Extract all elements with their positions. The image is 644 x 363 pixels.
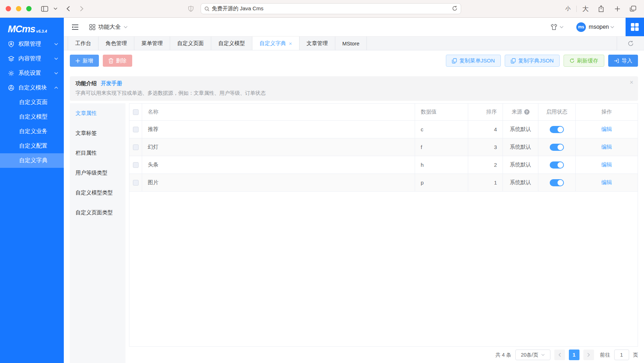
collapse-sidebar-icon[interactable] [72, 24, 79, 30]
window-minimize-button[interactable] [16, 6, 21, 11]
feature-menu[interactable]: 功能大全 [89, 23, 128, 31]
dict-nav-label: 用户等级类型 [75, 170, 107, 176]
dict-nav-article-attr[interactable]: 文章属性 [70, 103, 125, 123]
row-checkbox[interactable] [133, 144, 139, 150]
browser-back-icon[interactable] [63, 4, 73, 14]
edit-link[interactable]: 编辑 [601, 161, 612, 168]
cell-sort: 3 [494, 144, 497, 150]
page-size-select[interactable]: 20条/页 [515, 350, 550, 360]
sidebar-item-custom-model[interactable]: 自定义模型 [0, 110, 64, 124]
dict-nav-column-attr[interactable]: 栏目属性 [70, 143, 125, 163]
sidebar-item-custom-dict[interactable]: 自定义字典 [0, 153, 64, 168]
text-smaller-button[interactable]: 小 [563, 5, 573, 12]
enable-toggle[interactable] [550, 179, 564, 186]
chevron-down-icon [541, 354, 545, 356]
enable-toggle[interactable] [550, 161, 564, 169]
tab-menu-management[interactable]: 菜单管理 [134, 37, 170, 50]
edit-link[interactable]: 编辑 [601, 126, 612, 133]
dict-nav-custom-page-type[interactable]: 自定义页面类型 [70, 203, 125, 222]
app-header: 功能大全 ms msopen [64, 18, 644, 36]
share-icon[interactable] [596, 4, 606, 14]
refresh-tabs-button[interactable] [617, 37, 644, 50]
cell-name: 幻灯 [148, 144, 158, 150]
select-all-checkbox[interactable] [133, 109, 139, 115]
cell-name: 头条 [148, 161, 158, 168]
cell-source: 系统默认 [510, 144, 531, 150]
privacy-shield-icon[interactable] [186, 4, 196, 14]
close-icon[interactable] [629, 79, 633, 86]
dict-nav-label: 自定义模型类型 [75, 189, 113, 196]
browser-sidebar-icon[interactable] [39, 4, 50, 14]
user-menu[interactable]: ms msopen [576, 22, 614, 32]
prev-page-button[interactable] [554, 350, 565, 360]
address-bar[interactable]: 免费开源的 Java Cms [201, 3, 461, 14]
sidebar-item-content[interactable]: 内容管理 [0, 51, 64, 66]
add-button[interactable]: 新增 [70, 55, 99, 67]
dict-nav-article-tag[interactable]: 文章标签 [70, 123, 125, 143]
copy-menu-json-button[interactable]: 复制菜单JSON [446, 55, 501, 67]
new-tab-icon[interactable] [612, 4, 623, 14]
address-text: 免费开源的 Java Cms [212, 5, 264, 12]
tab-role-management[interactable]: 角色管理 [99, 37, 134, 50]
dict-nav-user-level[interactable]: 用户等级类型 [70, 163, 125, 183]
delete-button[interactable]: 删除 [103, 55, 132, 67]
dict-nav-custom-model-type[interactable]: 自定义模型类型 [70, 183, 125, 203]
sidebar-item-label: 内容管理 [18, 55, 41, 62]
layers-icon [8, 55, 15, 62]
refresh-cache-button[interactable]: 刷新缓存 [564, 55, 604, 67]
close-icon[interactable] [289, 41, 292, 46]
help-icon[interactable] [524, 109, 530, 115]
edit-link[interactable]: 编辑 [601, 144, 612, 150]
tab-overview-icon[interactable] [628, 4, 638, 14]
import-button[interactable]: 导入 [608, 55, 638, 67]
chevron-down-icon [124, 26, 128, 28]
browser-forward-icon[interactable] [76, 4, 87, 14]
cell-sort: 4 [494, 126, 497, 132]
edit-link[interactable]: 编辑 [601, 179, 612, 186]
sidebar-item-label: 权限管理 [18, 40, 41, 48]
current-page[interactable]: 1 [569, 350, 579, 360]
window-zoom-button[interactable] [26, 6, 32, 11]
theme-switcher[interactable] [550, 24, 564, 30]
cell-value: h [421, 162, 424, 168]
main-sidebar: MCms v5.3.4 权限管理 内容管理 系统设置 [0, 18, 64, 363]
tab-custom-model[interactable]: 自定义模型 [211, 37, 252, 50]
reload-icon[interactable] [452, 6, 457, 12]
tab-custom-page[interactable]: 自定义页面 [170, 37, 211, 50]
tab-custom-dict[interactable]: 自定义字典 [252, 37, 299, 50]
tab-mstore[interactable]: MStore [335, 37, 367, 50]
window-close-button[interactable] [6, 6, 11, 11]
tab-workbench[interactable]: 工作台 [68, 37, 99, 50]
tab-label: 自定义页面 [177, 40, 204, 47]
enable-toggle[interactable] [550, 144, 564, 151]
text-larger-button[interactable]: 大 [580, 5, 591, 13]
sidebar-item-custom-business[interactable]: 自定义业务 [0, 124, 64, 139]
row-checkbox[interactable] [133, 180, 139, 186]
username: msopen [589, 24, 609, 30]
row-checkbox[interactable] [133, 162, 139, 168]
browser-sidebar-chevron-icon[interactable] [50, 4, 61, 14]
goto-page-input[interactable] [614, 350, 629, 360]
copy-dict-json-button[interactable]: 复制字典JSON [505, 55, 560, 67]
goto-label: 前往 [600, 352, 610, 358]
row-checkbox[interactable] [133, 127, 139, 132]
dev-manual-link[interactable]: 开发手册 [101, 80, 122, 86]
column-header-source: 来源 [512, 109, 522, 115]
apps-grid-button[interactable] [626, 18, 644, 36]
sidebar-item-custom-modules[interactable]: 自定义模块 [0, 81, 64, 95]
sidebar-item-settings[interactable]: 系统设置 [0, 66, 64, 81]
cell-sort: 1 [494, 180, 497, 186]
sidebar-item-custom-page[interactable]: 自定义页面 [0, 95, 64, 110]
plus-icon [75, 59, 80, 63]
table-row: 幻灯 f 3 系统默认 编辑 [129, 138, 638, 156]
avatar: ms [576, 22, 586, 32]
dict-nav-label: 文章属性 [75, 110, 97, 117]
add-button-label: 新增 [83, 57, 93, 64]
tab-article-management[interactable]: 文章管理 [299, 37, 335, 50]
tab-label: 自定义字典 [259, 40, 286, 47]
sidebar-item-custom-config[interactable]: 自定义配置 [0, 139, 64, 153]
enable-toggle[interactable] [550, 126, 564, 133]
chevron-down-icon [54, 72, 58, 75]
next-page-button[interactable] [583, 350, 594, 360]
sidebar-item-permissions[interactable]: 权限管理 [0, 37, 64, 51]
